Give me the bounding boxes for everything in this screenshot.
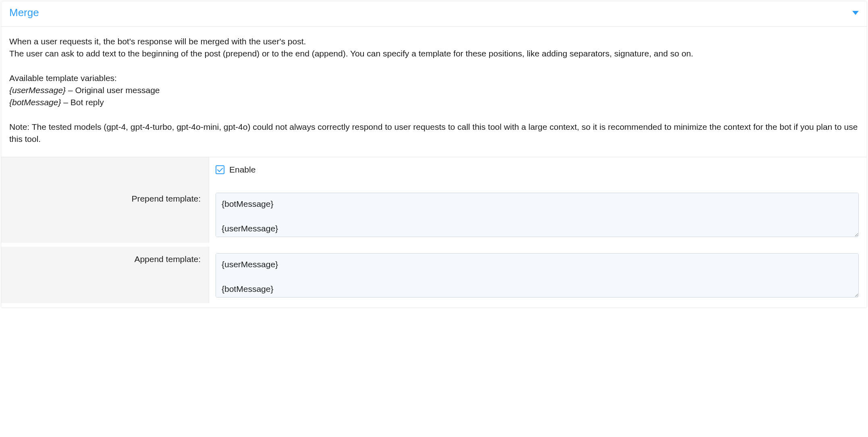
var-desc: – Original user message: [66, 85, 160, 95]
append-label: Append template:: [1, 247, 209, 303]
prepend-input-cell: [209, 186, 867, 247]
enable-checkbox-row: Enable: [216, 164, 859, 176]
enable-label-cell: [1, 157, 209, 186]
form-area: Enable Prepend template: Append template…: [1, 157, 867, 308]
enable-checkbox[interactable]: [216, 165, 224, 174]
append-row: Append template:: [1, 247, 867, 307]
vars-heading: Available template variables:: [9, 72, 859, 84]
var-line: {userMessage} – Original user message: [9, 84, 859, 96]
append-template-input[interactable]: [216, 253, 859, 298]
enable-label: Enable: [229, 164, 255, 176]
enable-row: Enable: [1, 157, 867, 186]
prepend-label: Prepend template:: [1, 186, 209, 243]
description-line: When a user requests it, the bot's respo…: [9, 35, 859, 48]
panel-header[interactable]: Merge: [1, 1, 867, 27]
enable-input-cell: Enable: [209, 157, 867, 182]
prepend-row: Prepend template:: [1, 186, 867, 247]
panel-title: Merge: [9, 5, 39, 21]
description-line: The user can ask to add text to the begi…: [9, 48, 859, 60]
var-name: {userMessage}: [9, 85, 66, 95]
append-input-cell: [209, 247, 867, 307]
var-name: {botMessage}: [9, 98, 61, 107]
var-line: {botMessage} – Bot reply: [9, 96, 859, 108]
note-line: Note: The tested models (gpt-4, gpt-4-tu…: [9, 121, 859, 146]
var-desc: – Bot reply: [61, 98, 104, 107]
panel-description: When a user requests it, the bot's respo…: [1, 27, 867, 157]
prepend-template-input[interactable]: [216, 193, 859, 237]
caret-down-icon: [852, 11, 859, 15]
merge-panel: Merge When a user requests it, the bot's…: [1, 1, 867, 308]
